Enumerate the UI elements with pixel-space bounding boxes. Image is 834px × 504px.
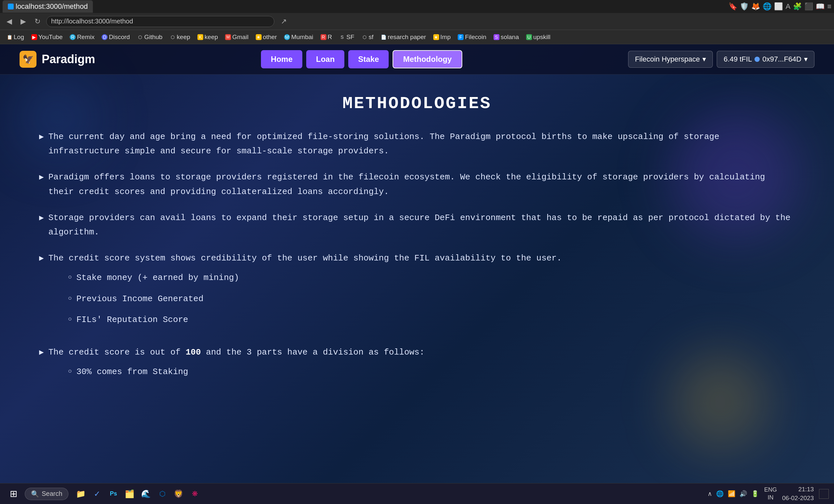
main-content: METHODOLOGIES ▶ The current day and age …: [0, 74, 834, 483]
bookmark-icon[interactable]: 🔖: [728, 2, 737, 11]
sub-bullet-text-4-1: Stake money (+ earned by mining): [76, 271, 239, 285]
wallet-button[interactable]: 6.49 tFIL 0x97...F64D ▾: [717, 51, 814, 68]
taskbar-slack[interactable]: ❋: [188, 487, 202, 501]
lang-eng: ENG: [764, 486, 777, 494]
sub-bullet-text-5-1: 30% comes from Staking: [76, 365, 188, 379]
bookmark-sf2[interactable]: ⬡ sf: [358, 32, 377, 42]
bookmark-discord[interactable]: D Discord: [98, 32, 133, 42]
taskbar-task-icon[interactable]: ✓: [90, 487, 104, 501]
bullet-4-subs: ○ Stake money (+ earned by mining) ○ Pre…: [48, 271, 795, 327]
bookmark-upskill[interactable]: U upskill: [523, 32, 554, 42]
wallet-balance: 6.49 tFIL: [724, 55, 752, 64]
bookmark-youtube[interactable]: ▶ YouTube: [28, 32, 66, 42]
logo-area: 🦅 Paradigm: [20, 51, 95, 68]
taskbar-search-bar[interactable]: 🔍 Search: [25, 488, 68, 500]
show-desktop-button[interactable]: [819, 489, 829, 499]
nav-loan-button[interactable]: Loan: [306, 50, 344, 68]
browser-chrome: 🌐 localhost:3000/method 🔖 🛡️ 🦊 🌐 ⬜ A 🧩 ⬛…: [0, 0, 834, 44]
reload-button[interactable]: ↻: [32, 16, 43, 27]
share-icon[interactable]: ↗: [281, 17, 287, 26]
extension-icon-3[interactable]: 🌐: [763, 2, 771, 11]
bookmark-resarch-label: resarch paper: [388, 33, 426, 41]
bookmark-upskill-label: upskill: [533, 33, 551, 41]
nav-methodology-button[interactable]: Methodology: [393, 50, 462, 68]
taskbar-wifi-icon: 📶: [728, 490, 736, 498]
taskbar-vscode[interactable]: ⬡: [155, 487, 169, 501]
logo-text: Paradigm: [42, 52, 95, 66]
bookmark-github-label: Github: [144, 33, 162, 41]
bookmark-mumbai-icon: M: [284, 34, 290, 40]
vscode-icon: ⬡: [159, 490, 166, 498]
extension-icon-4[interactable]: ⬜: [774, 2, 783, 11]
bookmark-gmail-label: Gmail: [232, 33, 248, 41]
bullet-arrow-4: ▶: [39, 252, 44, 265]
bookmarks-bar: 📋 Log ▶ YouTube R Remix D Discord ⬡ Gith…: [0, 30, 834, 44]
taskbar-file-explorer[interactable]: 📁: [74, 487, 88, 501]
bookmark-keep[interactable]: K keep: [194, 32, 221, 42]
forward-button[interactable]: ▶: [18, 16, 29, 27]
extension-icon-1[interactable]: 🛡️: [740, 2, 749, 11]
sub-bullet-text-4-3: FILs' Reputation Score: [76, 313, 188, 327]
sub-bullet-4-2: ○ Previous Income Generated: [48, 292, 795, 306]
nav-stake-button[interactable]: Stake: [348, 50, 389, 68]
bookmark-log-label: Log: [14, 33, 24, 41]
taskbar-search-text: Search: [42, 490, 62, 498]
sidebar-icon[interactable]: ⬛: [804, 2, 813, 11]
sub-bullet-dot-4-3: ○: [68, 314, 72, 325]
bookmark-r[interactable]: R R: [317, 32, 335, 42]
puzzle-icon[interactable]: 🧩: [793, 2, 802, 11]
taskbar-edge[interactable]: 🌊: [139, 487, 153, 501]
bookmark-sf[interactable]: S SF: [336, 32, 357, 42]
bookmark-resarch[interactable]: 📄 resarch paper: [377, 32, 429, 42]
bookmark-filecoin[interactable]: F Filecoin: [455, 32, 489, 42]
taskbar-search-icon: 🔍: [31, 490, 39, 498]
bookmark-remix-label: Remix: [77, 33, 94, 41]
bookmark-imp[interactable]: ★ Imp: [430, 32, 454, 42]
bookmark-other[interactable]: ★ other: [253, 32, 280, 42]
tab-favicon: 🌐: [8, 4, 14, 9]
bullet-5-subs: ○ 30% comes from Staking: [48, 365, 795, 379]
address-bar[interactable]: http://localhost:3000/method: [46, 16, 274, 27]
address-text: http://localhost:3000/method: [51, 18, 133, 25]
taskbar-network-icon: 🌐: [716, 490, 724, 498]
bookmark-work[interactable]: ⬡ keep: [167, 32, 194, 42]
files-icon: 🗂️: [125, 489, 135, 499]
bookmark-solana[interactable]: S solana: [490, 32, 522, 42]
bookmark-keep-label: keep: [204, 33, 218, 41]
profile-icon[interactable]: A: [786, 2, 790, 11]
sub-bullet-dot-5-1: ○: [68, 366, 72, 377]
back-button[interactable]: ◀: [4, 16, 15, 27]
network-label: Filecoin Hyperspace: [635, 55, 700, 64]
start-button[interactable]: ⊞: [5, 486, 22, 502]
clock-date: 06-02-2023: [782, 494, 814, 503]
taskbar-right: ∧ 🌐 📶 🔊 🔋 ENG IN 21:13 06-02-2023: [708, 485, 829, 502]
bookmark-gmail[interactable]: M Gmail: [222, 32, 252, 42]
clock-time: 21:13: [782, 485, 814, 494]
highlight-100: 100: [186, 347, 201, 357]
bookmark-github-icon: ⬡: [137, 34, 143, 40]
bookmark-github[interactable]: ⬡ Github: [134, 32, 166, 42]
sub-bullet-dot-4-2: ○: [68, 293, 72, 304]
bookmark-remix[interactable]: R Remix: [66, 32, 98, 42]
active-tab[interactable]: 🌐 localhost:3000/method: [3, 0, 93, 13]
bullet-arrow-5: ▶: [39, 346, 44, 360]
bullet-3: ▶ Storage providers can avail loans to e…: [39, 211, 795, 239]
taskbar-photoshop[interactable]: Ps: [106, 487, 120, 501]
reading-icon[interactable]: 📖: [816, 2, 825, 11]
bookmark-log[interactable]: 📋 Log: [3, 32, 27, 42]
taskbar-files[interactable]: 🗂️: [123, 487, 137, 501]
bookmark-youtube-icon: ▶: [31, 34, 37, 40]
taskbar-brave[interactable]: 🦁: [171, 487, 186, 501]
network-selector[interactable]: Filecoin Hyperspace ▾: [628, 51, 713, 68]
slack-icon: ❋: [192, 490, 198, 498]
bullet-5-content: The credit score is out of 100 and the 3…: [48, 345, 795, 386]
chevron-down-icon: ▾: [702, 55, 706, 64]
header-right: Filecoin Hyperspace ▾ 6.49 tFIL 0x97...F…: [628, 51, 814, 68]
menu-icon[interactable]: ≡: [827, 2, 831, 11]
bookmark-mumbai[interactable]: M Mumbai: [281, 32, 317, 42]
bookmark-work-icon: ⬡: [170, 34, 176, 40]
extension-icon-2[interactable]: 🦊: [751, 2, 760, 11]
bookmark-mumbai-label: Mumbai: [291, 33, 313, 41]
nav-home-button[interactable]: Home: [261, 50, 302, 68]
bookmark-discord-label: Discord: [109, 33, 130, 41]
